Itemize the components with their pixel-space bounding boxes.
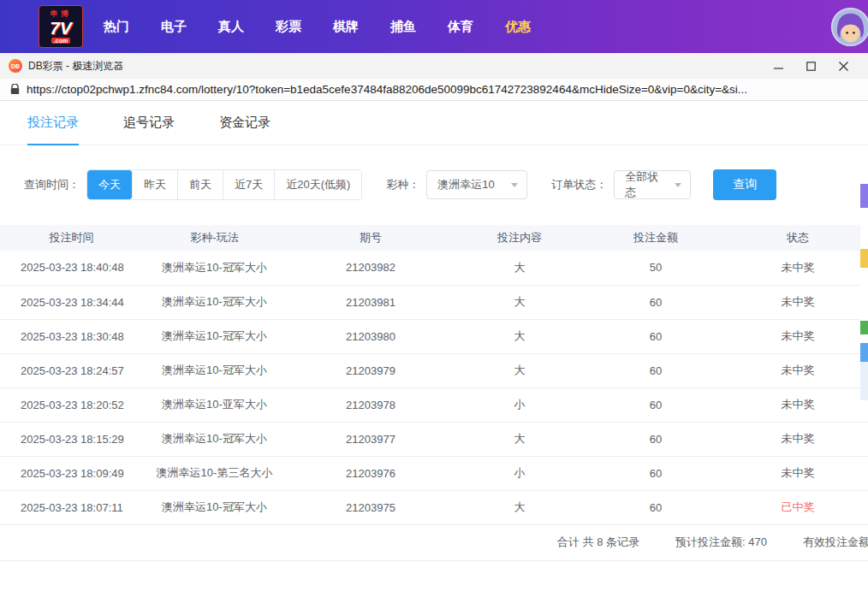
nav-item-1[interactable]: 电子 bbox=[161, 19, 187, 35]
order-status-select[interactable]: 全部状态 bbox=[614, 170, 691, 199]
cell-bet-amount: 50 bbox=[584, 251, 728, 285]
browser-tab-icon: DB bbox=[9, 59, 22, 73]
bet-records-table: 投注时间彩种-玩法期号投注内容投注金额状态 2025-03-23 18:40:4… bbox=[0, 225, 868, 525]
url-text: https://ctop02pchwp1.zfnc84.com/lottery/… bbox=[27, 83, 747, 96]
cell-status: 未中奖 bbox=[728, 387, 868, 422]
cell-bet-time: 2025-03-23 18:24:57 bbox=[0, 353, 143, 387]
summary-bar: 合计 共 8 条记录 预计投注金额: 470 有效投注金额 bbox=[0, 525, 868, 561]
cell-game-play: 澳洲幸运10-亚军大小 bbox=[143, 387, 286, 422]
cell-game-play: 澳洲幸运10-冠军大小 bbox=[143, 285, 286, 319]
tab-1[interactable]: 追号记录 bbox=[123, 101, 175, 145]
nav-item-5[interactable]: 捕鱼 bbox=[390, 19, 416, 35]
cell-bet-amount: 60 bbox=[584, 422, 728, 456]
lottery-select-label: 彩种： bbox=[386, 177, 419, 192]
screen: 申博 7V .com 热门电子真人彩票棋牌捕鱼体育优惠 DB DB彩票 - 极速… bbox=[0, 0, 868, 615]
widget-fragment-1 bbox=[860, 208, 868, 249]
cell-bet-time: 2025-03-23 18:20:52 bbox=[0, 387, 143, 422]
main-nav: 热门电子真人彩票棋牌捕鱼体育优惠 bbox=[104, 19, 531, 35]
cell-status: 未中奖 bbox=[728, 456, 868, 490]
nav-item-0[interactable]: 热门 bbox=[104, 19, 129, 35]
time-filter-0[interactable]: 今天 bbox=[87, 170, 133, 199]
address-bar[interactable]: https://ctop02pchwp1.zfnc84.com/lottery/… bbox=[0, 79, 868, 101]
cell-game-play: 澳洲幸运10-冠军大小 bbox=[143, 490, 286, 524]
table-row: 2025-03-23 18:20:52澳洲幸运10-亚军大小21203978小6… bbox=[0, 387, 868, 422]
maximize-button[interactable] bbox=[794, 53, 827, 79]
order-status-value: 全部状态 bbox=[625, 169, 668, 200]
minimize-button[interactable] bbox=[762, 53, 794, 79]
cell-bet-content: 小 bbox=[455, 456, 584, 490]
cell-issue-number: 21203978 bbox=[286, 387, 455, 422]
bet-table-body: 2025-03-23 18:40:48澳洲幸运10-冠军大小21203982大5… bbox=[0, 251, 868, 524]
cell-bet-content: 大 bbox=[455, 490, 584, 524]
widget-fragment-4 bbox=[860, 321, 868, 334]
cell-bet-amount: 60 bbox=[584, 490, 728, 524]
summary-valid-amount: 有效投注金额 bbox=[803, 535, 868, 550]
widget-fragment-0 bbox=[860, 184, 868, 208]
site-logo[interactable]: 申博 7V .com bbox=[39, 5, 83, 48]
close-button[interactable] bbox=[827, 53, 859, 79]
time-filter-3[interactable]: 近7天 bbox=[223, 170, 275, 199]
cell-game-play: 澳洲幸运10-冠军大小 bbox=[143, 251, 286, 285]
user-avatar[interactable] bbox=[830, 7, 868, 47]
time-filter-group: 今天昨天前天近7天近20天(低频) bbox=[86, 169, 362, 200]
cell-bet-amount: 60 bbox=[584, 387, 728, 422]
cell-bet-time: 2025-03-23 18:15:29 bbox=[0, 422, 143, 456]
site-header: 申博 7V .com 热门电子真人彩票棋牌捕鱼体育优惠 bbox=[0, 0, 868, 53]
nav-item-6[interactable]: 体育 bbox=[448, 19, 473, 35]
nav-item-7[interactable]: 优惠 bbox=[505, 19, 531, 35]
close-icon bbox=[839, 62, 848, 71]
column-header-5: 状态 bbox=[728, 225, 868, 251]
cell-bet-content: 大 bbox=[455, 251, 584, 285]
nav-item-2[interactable]: 真人 bbox=[218, 19, 244, 35]
cell-issue-number: 21203979 bbox=[286, 353, 455, 387]
summary-expected-amount: 预计投注金额: 470 bbox=[675, 535, 767, 550]
time-filter-1[interactable]: 昨天 bbox=[133, 170, 178, 199]
window-controls bbox=[762, 53, 859, 79]
chevron-down-icon bbox=[511, 183, 518, 187]
cell-bet-time: 2025-03-23 18:40:48 bbox=[0, 251, 143, 285]
cell-game-play: 澳洲幸运10-冠军大小 bbox=[143, 353, 286, 387]
cell-game-play: 澳洲幸运10-冠军大小 bbox=[143, 422, 286, 456]
chevron-down-icon bbox=[675, 183, 681, 187]
cell-bet-amount: 60 bbox=[584, 319, 728, 353]
column-header-1: 彩种-玩法 bbox=[143, 225, 286, 251]
logo-brand-main: 7V bbox=[50, 19, 72, 37]
cell-bet-amount: 60 bbox=[584, 353, 728, 387]
logo-brand-sub: .com bbox=[51, 38, 70, 44]
cell-status: 未中奖 bbox=[728, 285, 868, 319]
column-header-3: 投注内容 bbox=[455, 225, 584, 251]
cell-issue-number: 21203977 bbox=[286, 422, 455, 456]
record-tabs: 投注记录追号记录资金记录 bbox=[0, 101, 868, 145]
cell-issue-number: 21203976 bbox=[286, 456, 455, 490]
nav-item-4[interactable]: 棋牌 bbox=[333, 19, 359, 35]
nav-item-3[interactable]: 彩票 bbox=[276, 19, 301, 35]
tab-0[interactable]: 投注记录 bbox=[27, 101, 79, 145]
cell-status: 未中奖 bbox=[728, 319, 868, 353]
cell-game-play: 澳洲幸运10-第三名大小 bbox=[143, 456, 286, 490]
column-header-2: 期号 bbox=[286, 225, 455, 251]
cell-status: 未中奖 bbox=[728, 422, 868, 456]
lottery-select[interactable]: 澳洲幸运10 bbox=[426, 170, 527, 199]
logo-brand-top: 申博 bbox=[51, 10, 71, 18]
tab-2[interactable]: 资金记录 bbox=[219, 101, 271, 145]
cell-status: 已中奖 bbox=[728, 490, 868, 524]
cell-bet-content: 大 bbox=[455, 285, 584, 319]
browser-title-bar: DB DB彩票 - 极速浏览器 bbox=[0, 53, 868, 79]
widget-fragment-3 bbox=[860, 268, 868, 321]
cell-bet-amount: 60 bbox=[584, 285, 728, 319]
column-header-4: 投注金额 bbox=[584, 225, 728, 251]
cell-bet-content: 小 bbox=[455, 387, 584, 422]
right-edge-widget bbox=[860, 184, 868, 400]
cell-issue-number: 21203982 bbox=[286, 251, 455, 285]
widget-fragment-6 bbox=[860, 343, 868, 362]
query-button[interactable]: 查询 bbox=[713, 169, 776, 200]
cell-status: 未中奖 bbox=[728, 353, 868, 387]
cell-bet-content: 大 bbox=[455, 422, 584, 456]
minimize-icon bbox=[774, 62, 783, 71]
cell-issue-number: 21203981 bbox=[286, 285, 455, 319]
table-row: 2025-03-23 18:30:48澳洲幸运10-冠军大小21203980大6… bbox=[0, 319, 868, 353]
lock-icon bbox=[10, 84, 20, 95]
time-filter-4[interactable]: 近20天(低频) bbox=[275, 170, 361, 199]
cell-issue-number: 21203980 bbox=[286, 319, 455, 353]
time-filter-2[interactable]: 前天 bbox=[178, 170, 223, 199]
